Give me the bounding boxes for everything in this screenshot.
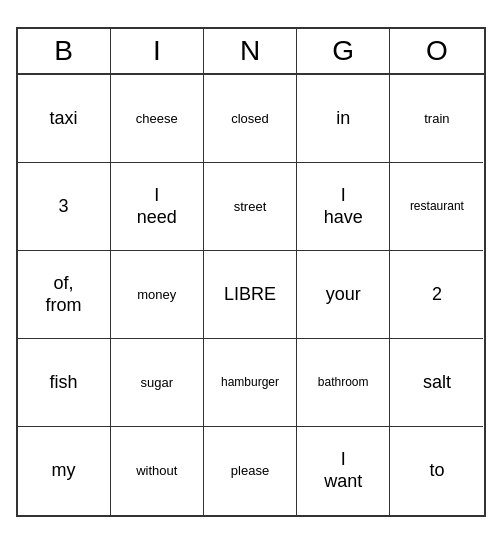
bingo-cell-r2-c0: of,from xyxy=(18,251,111,339)
bingo-cell-r0-c4: train xyxy=(390,75,483,163)
bingo-cell-r0-c2: closed xyxy=(204,75,297,163)
bingo-cell-r3-c4: salt xyxy=(390,339,483,427)
bingo-cell-r2-c4: 2 xyxy=(390,251,483,339)
bingo-cell-r0-c3: in xyxy=(297,75,390,163)
bingo-card: BINGO taxicheeseclosedintrain3Ineedstree… xyxy=(16,27,486,517)
bingo-cell-r4-c1: without xyxy=(111,427,204,515)
bingo-grid: taxicheeseclosedintrain3IneedstreetIhave… xyxy=(18,75,484,515)
bingo-cell-r3-c2: hamburger xyxy=(204,339,297,427)
bingo-cell-r0-c0: taxi xyxy=(18,75,111,163)
bingo-header-letter: I xyxy=(111,29,204,73)
bingo-cell-r2-c3: your xyxy=(297,251,390,339)
bingo-cell-r3-c3: bathroom xyxy=(297,339,390,427)
bingo-header-letter: B xyxy=(18,29,111,73)
bingo-cell-r1-c0: 3 xyxy=(18,163,111,251)
bingo-cell-r1-c1: Ineed xyxy=(111,163,204,251)
bingo-header: BINGO xyxy=(18,29,484,75)
bingo-cell-r4-c0: my xyxy=(18,427,111,515)
bingo-cell-r4-c4: to xyxy=(390,427,483,515)
bingo-cell-r1-c4: restaurant xyxy=(390,163,483,251)
bingo-cell-r3-c1: sugar xyxy=(111,339,204,427)
bingo-cell-r2-c2: LIBRE xyxy=(204,251,297,339)
bingo-cell-r3-c0: fish xyxy=(18,339,111,427)
bingo-cell-r1-c3: Ihave xyxy=(297,163,390,251)
bingo-cell-r4-c3: Iwant xyxy=(297,427,390,515)
bingo-header-letter: G xyxy=(297,29,390,73)
bingo-header-letter: N xyxy=(204,29,297,73)
bingo-cell-r1-c2: street xyxy=(204,163,297,251)
bingo-header-letter: O xyxy=(390,29,483,73)
bingo-cell-r2-c1: money xyxy=(111,251,204,339)
bingo-cell-r4-c2: please xyxy=(204,427,297,515)
bingo-cell-r0-c1: cheese xyxy=(111,75,204,163)
